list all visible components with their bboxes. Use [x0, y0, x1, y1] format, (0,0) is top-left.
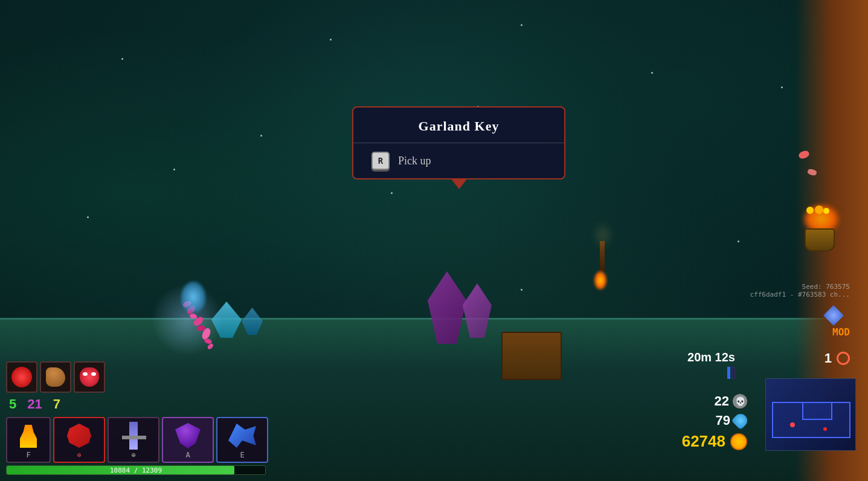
gem-icon [731, 411, 750, 430]
particle [521, 24, 522, 26]
bow-key: ⊕ [77, 451, 81, 459]
particle [260, 135, 262, 137]
timer-area: 20m 12s [687, 350, 735, 379]
player-dot [790, 422, 795, 427]
minimap-room [802, 402, 832, 420]
timer-bar-1 [727, 367, 730, 379]
seed-info: Seed: 763575 cff6dadf1 - #763583 ch... [750, 283, 850, 299]
coin-icon [730, 433, 747, 450]
particle [330, 39, 332, 40]
life-icon [837, 352, 850, 365]
item-icon-2 [46, 367, 65, 387]
flask-icon [16, 422, 40, 451]
seed-hash: cff6dadf1 - #763583 ch... [750, 291, 850, 299]
treasure-pot [802, 205, 850, 266]
inventory-top-row [6, 361, 268, 393]
kills-value: 22 [715, 393, 729, 409]
stat-yellow: 7 [53, 396, 60, 412]
dark-key: A [185, 451, 190, 459]
stat-purple: 21 [27, 396, 42, 412]
particle [121, 58, 123, 60]
skull-icon: 💀 [733, 394, 747, 408]
inventory-slot-1[interactable] [6, 361, 37, 393]
inventory-slot-3[interactable] [74, 361, 105, 393]
weapon-slot-wing[interactable]: E [216, 417, 268, 463]
butterfly [799, 151, 809, 158]
lives-counter: 1 [825, 350, 850, 366]
stat-numbers-row: 5 21 7 [6, 396, 268, 412]
action-label: Pick up [398, 155, 431, 167]
timer-text: 20m 12s [687, 350, 735, 364]
enemy-dot [823, 427, 827, 431]
minimap-content [766, 379, 855, 450]
weapon-slot-bow[interactable]: ⊕ [53, 417, 105, 463]
particle [521, 289, 522, 291]
timer-bar-2 [732, 367, 735, 379]
item-icon-1 [11, 367, 32, 387]
wing-key: E [240, 451, 244, 459]
item-icon-3 [80, 367, 99, 387]
spirit-character [181, 282, 205, 312]
inventory-slot-2[interactable] [40, 361, 71, 393]
tooltip-action-row: R Pick up [353, 143, 564, 178]
torch [598, 241, 606, 289]
sword-key: ⊕ [131, 451, 135, 459]
weapon-slot-dark[interactable]: A [162, 417, 214, 463]
particle [87, 216, 89, 218]
kills-row: 22 💀 [715, 393, 747, 409]
hud-bottom-left: 5 21 7 F ⊕ [0, 355, 274, 481]
minimap [765, 378, 856, 451]
weapon-slot-flask[interactable]: F [6, 417, 51, 463]
hud-bottom-right: 22 💀 79 62748 [682, 393, 747, 451]
barrel [501, 332, 562, 380]
gems-row: 79 [716, 413, 747, 428]
currency-display: 62748 [682, 432, 747, 451]
bow-icon [64, 421, 94, 451]
health-text: 10884 / 12309 [7, 466, 265, 474]
health-bar-container: 10884 / 12309 [6, 465, 266, 475]
item-tooltip: Garland Key R Pick up [352, 106, 565, 179]
flask-key: F [26, 451, 30, 459]
mod-badge: MOD [832, 326, 850, 338]
game-canvas: Garland Key R Pick up [0, 0, 868, 481]
wing-icon [227, 421, 257, 451]
butterfly [808, 169, 817, 175]
timer-bars [727, 367, 735, 379]
lives-number: 1 [825, 350, 832, 366]
weapon-slot-sword[interactable]: ⊕ [108, 417, 159, 463]
seed-text: Seed: 763575 [750, 283, 850, 291]
gems-value: 79 [716, 413, 730, 428]
stat-green: 5 [9, 396, 16, 412]
dark-weapon-icon [173, 421, 203, 451]
tooltip-title: Garland Key [353, 108, 564, 143]
weapon-bar: F ⊕ ⊕ [6, 417, 268, 463]
currency-value: 62748 [682, 432, 725, 451]
action-key-badge[interactable]: R [371, 152, 390, 170]
sword-icon [118, 421, 149, 451]
